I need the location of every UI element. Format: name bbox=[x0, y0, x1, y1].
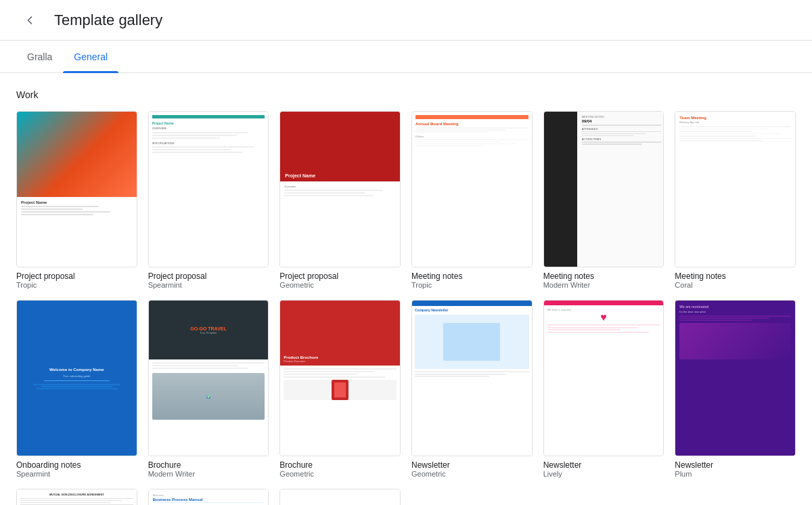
template-grid-row2: Welcome to Company Name Your onboarding … bbox=[16, 300, 796, 478]
tab-gralla[interactable]: Gralla bbox=[16, 41, 63, 73]
template-grid-row1: Project Name Project proposal Tropic Pro… bbox=[16, 111, 796, 289]
template-thumb: GO-GO TRAVEL Tour Template 🌍 bbox=[148, 300, 269, 456]
page-title: Template gallery bbox=[54, 12, 162, 29]
tab-general[interactable]: General bbox=[63, 41, 118, 73]
template-sub: Lively bbox=[543, 470, 664, 478]
template-card-legal-agreement[interactable]: MUTUAL NON-DISCLOSURE AGREEMENT Legal ag… bbox=[16, 489, 137, 505]
template-thumb: MEETING NOTES 09/04 ATTENDEES ACTION ITE… bbox=[543, 111, 664, 267]
template-thumb: We are nominated for the best new artist bbox=[675, 300, 796, 456]
template-card-consulting-agreement[interactable]: ✦ Consulting Agreement Template Consulti… bbox=[279, 489, 401, 505]
template-thumb: MUTUAL NON-DISCLOSURE AGREEMENT bbox=[16, 489, 137, 505]
template-name: Project proposal bbox=[279, 271, 401, 281]
template-card-newsletter-lively[interactable]: We have a surprise! ♥ Newsletter Lively bbox=[543, 300, 664, 478]
template-thumb: ✦ Consulting Agreement Template bbox=[279, 489, 401, 505]
template-name: Project proposal bbox=[148, 271, 269, 281]
template-card-project-proposal-geometric[interactable]: Project Name Overview Project proposal G… bbox=[279, 111, 401, 289]
template-thumb: Welcome to Company Name Your onboarding … bbox=[16, 300, 137, 456]
template-sub: Modern Writer bbox=[543, 281, 664, 289]
template-card-newsletter-plum[interactable]: We are nominated for the best new artist… bbox=[675, 300, 796, 478]
template-thumb: Business Business Process Manual Introdu… bbox=[148, 489, 269, 505]
template-card-project-proposal-spearmint[interactable]: Project Name OVERVIEW SPECIFICATIONS Pro… bbox=[148, 111, 269, 289]
template-thumb: Product Brochure Product Overview bbox=[279, 300, 401, 456]
template-name: Newsletter bbox=[543, 460, 664, 470]
template-thumb: Company Newsletter bbox=[411, 300, 533, 456]
template-thumb: We have a surprise! ♥ bbox=[543, 300, 664, 456]
template-name: Brochure bbox=[148, 460, 269, 470]
template-card-brochure-modern-writer[interactable]: GO-GO TRAVEL Tour Template 🌍 Br bbox=[148, 300, 269, 478]
template-card-meeting-notes-modern-writer[interactable]: MEETING NOTES 09/04 ATTENDEES ACTION ITE… bbox=[543, 111, 664, 289]
header: Template gallery bbox=[0, 0, 812, 41]
tabs-bar: Gralla General bbox=[0, 41, 812, 73]
template-name: Newsletter bbox=[411, 460, 533, 470]
template-sub: Geometric bbox=[279, 470, 401, 478]
template-sub: Geometric bbox=[411, 470, 533, 478]
template-sub: Modern Writer bbox=[148, 470, 269, 478]
section-label: Work bbox=[16, 89, 796, 100]
template-grid-row3: MUTUAL NON-DISCLOSURE AGREEMENT Legal ag… bbox=[16, 489, 796, 505]
template-card-meeting-notes-coral[interactable]: Team Meeting Meeting Agenda Meeting note… bbox=[675, 111, 796, 289]
template-card-brochure-geometric[interactable]: Product Brochure Product Overview bbox=[279, 300, 401, 478]
template-thumb: Team Meeting Meeting Agenda bbox=[675, 111, 796, 267]
template-sub: Tropic bbox=[411, 281, 533, 289]
template-card-onboarding-notes-spearmint[interactable]: Welcome to Company Name Your onboarding … bbox=[16, 300, 137, 478]
template-sub: Coral bbox=[675, 281, 796, 289]
template-card-business-process-manual[interactable]: Business Business Process Manual Introdu… bbox=[148, 489, 269, 505]
template-sub: Spearmint bbox=[16, 470, 137, 478]
template-name: Brochure bbox=[279, 460, 401, 470]
template-name: Meeting notes bbox=[543, 271, 664, 281]
template-name: Project proposal bbox=[16, 271, 137, 281]
template-card-meeting-notes-tropic[interactable]: Annual Board Meeting Editors Meeting not… bbox=[411, 111, 533, 289]
template-thumb: Project Name bbox=[16, 111, 137, 267]
back-arrow-icon bbox=[23, 14, 37, 27]
template-card-project-proposal-tropic[interactable]: Project Name Project proposal Tropic bbox=[16, 111, 137, 289]
template-sub: Geometric bbox=[279, 281, 401, 289]
template-sub: Plum bbox=[675, 470, 796, 478]
template-sub: Spearmint bbox=[148, 281, 269, 289]
template-thumb: Annual Board Meeting Editors bbox=[411, 111, 533, 267]
template-sub: Tropic bbox=[16, 281, 137, 289]
template-card-newsletter-geometric[interactable]: Company Newsletter Newsletter Geometric bbox=[411, 300, 533, 478]
back-button[interactable] bbox=[16, 7, 43, 34]
template-name: Meeting notes bbox=[411, 271, 533, 281]
template-thumb: Project Name Overview bbox=[279, 111, 401, 267]
template-thumb: Project Name OVERVIEW SPECIFICATIONS bbox=[148, 111, 269, 267]
template-name: Meeting notes bbox=[675, 271, 796, 281]
template-name: Newsletter bbox=[675, 460, 796, 470]
main-content: Work Project Name Project proposal bbox=[0, 73, 812, 505]
template-name: Onboarding notes bbox=[16, 460, 137, 470]
